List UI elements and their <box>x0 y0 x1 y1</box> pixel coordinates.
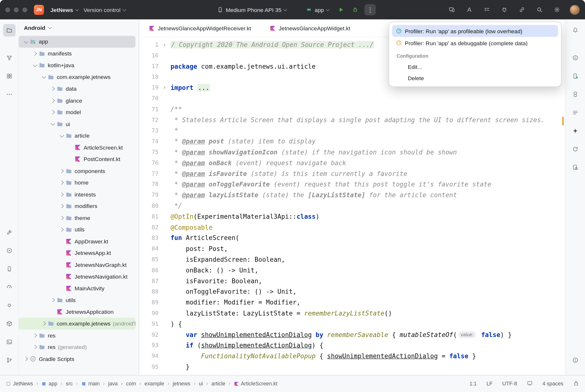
minimize-window-button[interactable] <box>14 7 19 12</box>
tree-item-data[interactable]: data <box>19 83 135 94</box>
more-run-options-button[interactable]: ⋮ <box>365 4 376 16</box>
status-utf-8[interactable]: UTF-8 <box>502 381 517 386</box>
chevron-down-icon[interactable] <box>31 61 39 69</box>
device-manager-tool-button[interactable] <box>569 70 581 82</box>
debug-button[interactable] <box>350 5 360 15</box>
more-tool-button[interactable] <box>3 88 16 101</box>
tree-item-jetnewsapplication[interactable]: JetnewsApplication <box>19 306 135 318</box>
chevron-down-icon[interactable] <box>58 132 66 140</box>
gemini-tool-button[interactable] <box>569 125 581 137</box>
run-tool-button[interactable] <box>3 244 16 257</box>
project-view-selector[interactable]: Android <box>19 19 139 36</box>
tree-item-ui[interactable]: ui <box>19 118 135 130</box>
tree-item-components[interactable]: components <box>19 165 135 177</box>
device-mirroring-button[interactable] <box>447 5 457 15</box>
crumb-jetnews[interactable]: jetnews <box>173 381 190 386</box>
gradle-tool-tool-button[interactable]: G <box>569 52 581 64</box>
chevron-down-icon[interactable] <box>49 120 57 128</box>
code-area[interactable]: 1›/ Copyright 2020 The Android Open Sour… <box>139 38 565 375</box>
plugin-button[interactable] <box>500 5 509 15</box>
tree-item-utils[interactable]: utils <box>19 224 135 235</box>
chevron-right-icon[interactable] <box>58 202 66 210</box>
terminal-tool-button[interactable] <box>3 335 16 348</box>
chevron-right-icon[interactable] <box>58 226 66 234</box>
error-stripe-mark[interactable] <box>562 116 564 126</box>
run-configuration-selector[interactable]: app <box>304 5 332 15</box>
user-avatar[interactable] <box>569 5 579 15</box>
editor-tab-jetnewsglanceappwidget-kt[interactable]: JetnewsGlanceAppWidget.kt <box>270 25 350 31</box>
tree-item-model[interactable]: model <box>19 106 135 118</box>
tree-item-home[interactable]: home <box>19 177 135 188</box>
chevron-right-icon[interactable] <box>31 343 39 351</box>
sync-tool-button[interactable] <box>569 143 581 156</box>
tree-item-gradle-scripts[interactable]: GGradle Scripts <box>19 353 135 365</box>
tree-item-jetnewsnavgraph-kt[interactable]: JetnewsNavGraph.kt <box>19 259 135 270</box>
project-folder-tool-button[interactable] <box>3 24 16 37</box>
settings-button[interactable] <box>552 5 562 15</box>
profiler-tool-button[interactable] <box>3 280 16 293</box>
chevron-right-icon[interactable] <box>58 167 66 175</box>
notifications-tool-button[interactable] <box>569 24 581 37</box>
tree-item-jetnewsapp-kt[interactable]: JetnewsApp.kt <box>19 247 135 259</box>
tree-item-com-example-jetnews[interactable]: com.example.jetnews <box>19 71 135 83</box>
crumb-com[interactable]: com <box>126 381 136 386</box>
crumb-java[interactable]: java <box>108 381 118 386</box>
fold-arrow-icon[interactable]: › <box>159 82 171 93</box>
tree-item-modifiers[interactable]: modifiers <box>19 200 135 212</box>
structure-tool-button[interactable] <box>3 52 16 64</box>
chevron-right-icon[interactable] <box>49 85 57 92</box>
tree-item-utils[interactable]: utils <box>19 294 135 306</box>
vcs-menu[interactable]: Version control <box>81 5 128 15</box>
app-quality-insights-tool-button[interactable] <box>569 161 581 174</box>
tree-item-manifests[interactable]: manifests <box>19 48 135 60</box>
fold-arrow-icon[interactable]: › <box>159 40 171 50</box>
search-button[interactable] <box>535 5 544 15</box>
chevron-right-icon[interactable] <box>31 332 39 339</box>
chevron-right-icon[interactable] <box>40 320 48 328</box>
tree-item-interests[interactable]: interests <box>19 188 135 200</box>
popup-item-profiler-run-app-as-profileable-low[interactable]: Profiler: Run 'app' as profileable (low … <box>392 25 558 37</box>
tree-item-article[interactable]: article <box>19 130 135 142</box>
version-control-tool-button[interactable] <box>3 354 16 366</box>
dependencies-tool-button[interactable] <box>3 317 16 330</box>
chevron-right-icon[interactable] <box>49 296 57 304</box>
tree-item-com-example-jetnews-androidtest[interactable]: com.example.jetnews(androidTest) <box>19 318 135 330</box>
run-button[interactable] <box>336 5 346 15</box>
crumb-src[interactable]: src <box>66 381 73 386</box>
crumb-articlescreen-kt[interactable]: ArticleScreen.kt <box>234 381 278 386</box>
problems-tool-button[interactable] <box>569 354 581 366</box>
device-selector[interactable]: Medium Phone API 35 <box>215 5 289 15</box>
crumb-ui[interactable]: ui <box>199 381 203 386</box>
tree-item-jetnewsnavigation-kt[interactable]: JetnewsNavigation.kt <box>19 271 135 282</box>
chevron-right-icon[interactable] <box>58 179 66 186</box>
build-tool-button[interactable] <box>3 226 16 238</box>
popup-action-delete[interactable]: Delete <box>392 72 558 84</box>
tree-item-theme[interactable]: theme <box>19 212 135 224</box>
task-list-button[interactable] <box>482 5 492 15</box>
popup-item-profiler-run-app-as-debuggable-compl[interactable]: Profiler: Run 'app' as debuggable (compl… <box>392 37 558 49</box>
chevron-down-icon[interactable] <box>23 38 30 46</box>
crumb-jetnews[interactable]: JetNews <box>6 381 33 386</box>
chevron-right-icon[interactable] <box>31 50 39 57</box>
crumb-example[interactable]: example <box>145 381 164 386</box>
chevron-right-icon[interactable] <box>23 355 30 363</box>
tree-item-postcontent-kt[interactable]: PostContent.kt <box>19 153 135 165</box>
running-devices-tool-button[interactable] <box>569 88 581 101</box>
inspections-status-button[interactable] <box>527 380 533 387</box>
status-1-1[interactable]: 1:1 <box>469 381 477 386</box>
chevron-right-icon[interactable] <box>49 108 57 116</box>
crumb-article[interactable]: article <box>211 381 225 386</box>
crumb-main[interactable]: main <box>81 381 100 386</box>
tree-item-articlescreen-kt[interactable]: ArticleScreen.kt <box>19 142 135 153</box>
link-button[interactable] <box>517 5 527 15</box>
chevron-right-icon[interactable] <box>58 214 66 222</box>
tree-item-res[interactable]: res <box>19 330 135 341</box>
zoom-window-button[interactable] <box>23 7 28 12</box>
crumb-app[interactable]: app <box>42 381 58 386</box>
resource-manager-tool-button[interactable] <box>3 70 16 82</box>
project-selector[interactable]: JetNews <box>48 5 81 15</box>
popup-action-edit[interactable]: Edit... <box>392 61 558 72</box>
tree-item-mainactivity[interactable]: MainActivity <box>19 282 135 294</box>
todo-list-tool-button[interactable] <box>569 106 581 119</box>
tree-item-kotlin-java[interactable]: kotlin+java <box>19 60 135 71</box>
